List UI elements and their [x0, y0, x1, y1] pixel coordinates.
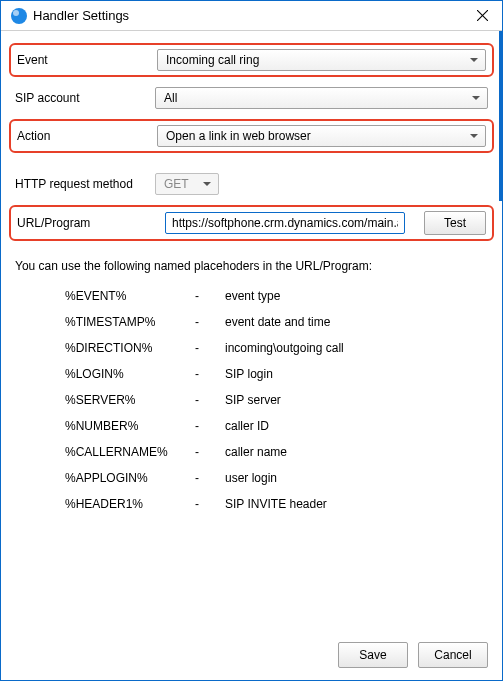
- placeholder-key: %NUMBER%: [65, 419, 195, 433]
- placeholder-row: %APPLOGIN% - user login: [65, 465, 488, 491]
- placeholder-dash: -: [195, 315, 225, 329]
- placeholder-desc: caller ID: [225, 419, 269, 433]
- row-event: Event Incoming call ring: [9, 43, 494, 77]
- placeholder-key: %TIMESTAMP%: [65, 315, 195, 329]
- placeholder-desc: SIP server: [225, 393, 281, 407]
- row-http-method: HTTP request method GET: [15, 171, 488, 197]
- placeholder-row: %LOGIN% - SIP login: [65, 361, 488, 387]
- placeholder-key: %DIRECTION%: [65, 341, 195, 355]
- placeholder-row: %EVENT% - event type: [65, 283, 488, 309]
- placeholder-dash: -: [195, 497, 225, 511]
- titlebar: Handler Settings: [1, 1, 502, 31]
- placeholder-dash: -: [195, 471, 225, 485]
- placeholder-desc: user login: [225, 471, 277, 485]
- placeholder-dash: -: [195, 341, 225, 355]
- event-dropdown[interactable]: Incoming call ring: [157, 49, 486, 71]
- placeholder-desc: event type: [225, 289, 280, 303]
- placeholder-desc: caller name: [225, 445, 287, 459]
- placeholders-table: %EVENT% - event type %TIMESTAMP% - event…: [65, 283, 488, 517]
- placeholder-dash: -: [195, 445, 225, 459]
- action-label: Action: [17, 129, 157, 143]
- save-button[interactable]: Save: [338, 642, 408, 668]
- action-dropdown[interactable]: Open a link in web browser: [157, 125, 486, 147]
- placeholder-key: %APPLOGIN%: [65, 471, 195, 485]
- row-url-program: URL/Program Test: [9, 205, 494, 241]
- placeholder-row: %NUMBER% - caller ID: [65, 413, 488, 439]
- close-button[interactable]: [470, 4, 494, 28]
- placeholder-key: %CALLERNAME%: [65, 445, 195, 459]
- placeholder-desc: SIP login: [225, 367, 273, 381]
- http-method-dropdown: GET: [155, 173, 219, 195]
- placeholder-dash: -: [195, 367, 225, 381]
- footer-buttons: Save Cancel: [338, 642, 488, 668]
- event-dropdown-value: Incoming call ring: [166, 53, 259, 67]
- placeholder-desc: incoming\outgoing call: [225, 341, 344, 355]
- cancel-button[interactable]: Cancel: [418, 642, 488, 668]
- window-title: Handler Settings: [33, 8, 470, 23]
- sip-dropdown[interactable]: All: [155, 87, 488, 109]
- placeholder-key: %LOGIN%: [65, 367, 195, 381]
- placeholder-row: %SERVER% - SIP server: [65, 387, 488, 413]
- placeholder-key: %SERVER%: [65, 393, 195, 407]
- placeholder-key: %EVENT%: [65, 289, 195, 303]
- placeholder-row: %HEADER1% - SIP INVITE header: [65, 491, 488, 517]
- placeholder-key: %HEADER1%: [65, 497, 195, 511]
- content-area: Event Incoming call ring SIP account All…: [1, 31, 502, 529]
- row-action: Action Open a link in web browser: [9, 119, 494, 153]
- http-method-value: GET: [164, 177, 189, 191]
- action-dropdown-value: Open a link in web browser: [166, 129, 311, 143]
- placeholder-row: %CALLERNAME% - caller name: [65, 439, 488, 465]
- placeholder-dash: -: [195, 289, 225, 303]
- placeholder-dash: -: [195, 393, 225, 407]
- test-button[interactable]: Test: [424, 211, 486, 235]
- placeholder-desc: SIP INVITE header: [225, 497, 327, 511]
- placeholders-intro: You can use the following named placehod…: [15, 259, 488, 273]
- placeholder-desc: event date and time: [225, 315, 330, 329]
- url-input[interactable]: [165, 212, 405, 234]
- placeholder-dash: -: [195, 419, 225, 433]
- event-label: Event: [17, 53, 157, 67]
- sip-dropdown-value: All: [164, 91, 177, 105]
- url-label: URL/Program: [17, 216, 157, 230]
- placeholder-row: %TIMESTAMP% - event date and time: [65, 309, 488, 335]
- placeholder-row: %DIRECTION% - incoming\outgoing call: [65, 335, 488, 361]
- app-icon: [11, 8, 27, 24]
- sip-label: SIP account: [15, 91, 155, 105]
- close-icon: [477, 10, 488, 21]
- row-sip-account: SIP account All: [15, 85, 488, 111]
- http-method-label: HTTP request method: [15, 177, 155, 191]
